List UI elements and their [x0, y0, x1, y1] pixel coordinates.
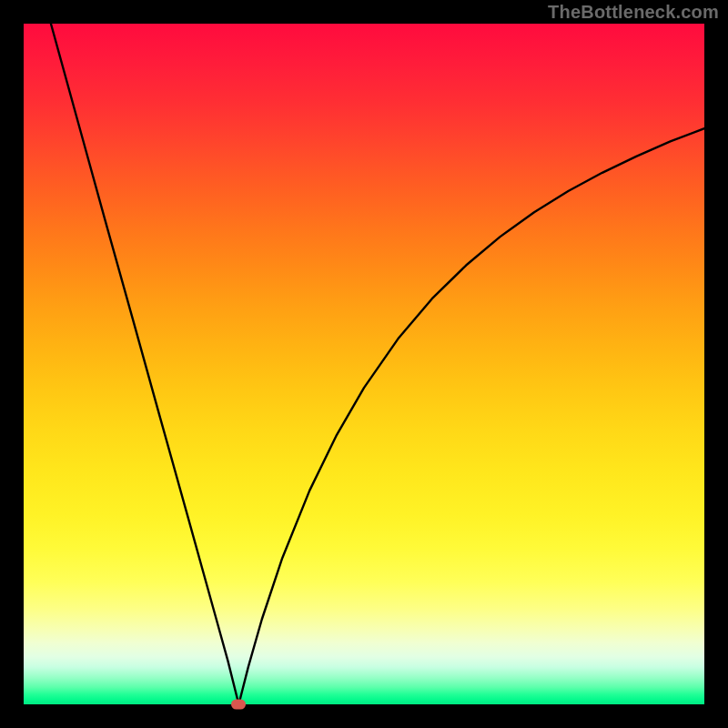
bottleneck-curve [51, 24, 704, 704]
curve-layer [24, 24, 704, 704]
watermark-text: TheBottleneck.com [548, 2, 719, 23]
plot-area [24, 24, 704, 704]
optimal-marker [231, 700, 246, 710]
chart-container: TheBottleneck.com [0, 0, 728, 728]
